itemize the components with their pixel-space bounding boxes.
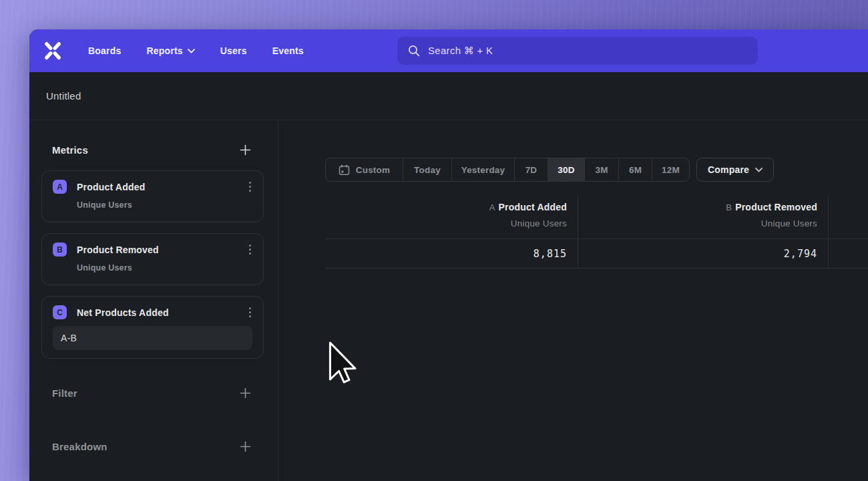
breakdown-section-header: Breakdown bbox=[52, 438, 251, 454]
metric-badge-a: A bbox=[53, 180, 67, 194]
column-header-spacer bbox=[828, 196, 868, 238]
results-header-row: AProduct Added Unique Users BProduct Rem… bbox=[325, 196, 868, 238]
compare-label: Compare bbox=[708, 164, 749, 175]
range-yesterday[interactable]: Yesterday bbox=[451, 158, 514, 181]
metrics-label: Metrics bbox=[52, 144, 88, 156]
value-cell-spacer bbox=[828, 238, 868, 269]
search-input[interactable]: Search ⌘ + K bbox=[397, 37, 758, 65]
metrics-section-header: Metrics bbox=[52, 142, 251, 158]
metric-card-head: C Net Products Added bbox=[42, 297, 263, 319]
range-label: Today bbox=[414, 165, 441, 175]
compare-button[interactable]: Compare bbox=[696, 158, 774, 182]
range-label: 3M bbox=[595, 165, 608, 175]
range-today[interactable]: Today bbox=[403, 158, 451, 181]
filter-section-header: Filter bbox=[52, 385, 251, 401]
range-custom[interactable]: Custom bbox=[326, 158, 403, 181]
nav-item-users[interactable]: Users bbox=[220, 45, 247, 56]
value-cell-a[interactable]: 8,815 bbox=[325, 238, 578, 269]
metric-badge-c: C bbox=[53, 305, 67, 319]
range-3m[interactable]: 3M bbox=[584, 158, 618, 181]
kebab-menu-icon[interactable] bbox=[246, 306, 254, 319]
column-metric: Unique Users bbox=[578, 216, 817, 230]
nav-item-label: Events bbox=[272, 45, 304, 56]
range-label: 12M bbox=[662, 165, 680, 175]
column-header-b[interactable]: BProduct Removed Unique Users bbox=[578, 196, 828, 238]
range-label: Yesterday bbox=[461, 165, 505, 175]
top-nav-bar: Boards Reports Users Events Search ⌘ + bbox=[29, 29, 868, 72]
column-name: Product Removed bbox=[735, 202, 817, 212]
nav-items: Boards Reports Users Events bbox=[88, 45, 304, 56]
nav-item-boards[interactable]: Boards bbox=[88, 45, 121, 56]
search-icon bbox=[408, 45, 420, 57]
calendar-icon bbox=[339, 164, 350, 176]
results-value-row: 8,815 2,794 bbox=[325, 238, 868, 269]
query-sidebar: Metrics A Product Added Unique Users B P… bbox=[29, 120, 278, 481]
kebab-menu-icon[interactable] bbox=[246, 180, 254, 193]
range-label: Custom bbox=[356, 165, 390, 175]
search-placeholder: Search ⌘ + K bbox=[428, 45, 493, 57]
range-7d[interactable]: 7D bbox=[514, 158, 548, 181]
report-title[interactable]: Untitled bbox=[46, 90, 81, 102]
metric-card-head: B Product Removed bbox=[42, 234, 263, 257]
filter-label: Filter bbox=[52, 387, 77, 399]
add-filter-button[interactable] bbox=[239, 387, 251, 399]
metric-card-b[interactable]: B Product Removed Unique Users bbox=[41, 233, 264, 285]
app-window: Boards Reports Users Events Search ⌘ + bbox=[29, 29, 868, 481]
metric-card-c[interactable]: C Net Products Added A-B bbox=[41, 296, 264, 359]
nav-item-events[interactable]: Events bbox=[272, 45, 304, 56]
breakdown-label: Breakdown bbox=[52, 441, 107, 452]
value-cell-b[interactable]: 2,794 bbox=[578, 238, 828, 269]
nav-item-label: Reports bbox=[146, 45, 182, 56]
date-toolbar: Custom Today Yesterday 7D 30D 3M 6M 12M … bbox=[325, 158, 774, 182]
column-name: Product Added bbox=[499, 202, 567, 212]
add-breakdown-button[interactable] bbox=[239, 440, 251, 452]
metric-card-a[interactable]: A Product Added Unique Users bbox=[41, 170, 264, 222]
range-label: 7D bbox=[525, 165, 537, 175]
nav-item-label: Users bbox=[220, 45, 247, 56]
date-range-segmented-control: Custom Today Yesterday 7D 30D 3M 6M 12M bbox=[325, 158, 690, 182]
report-header: Untitled bbox=[29, 72, 868, 120]
column-prefix: B bbox=[726, 202, 732, 212]
metric-name: Product Removed bbox=[77, 245, 246, 255]
range-30d[interactable]: 30D bbox=[548, 158, 584, 181]
range-6m[interactable]: 6M bbox=[618, 158, 652, 181]
column-header-a[interactable]: AProduct Added Unique Users bbox=[325, 196, 578, 238]
metric-name: Product Added bbox=[77, 182, 246, 192]
mixpanel-logo-icon[interactable] bbox=[41, 39, 64, 62]
add-metric-button[interactable] bbox=[239, 144, 251, 156]
report-main: Custom Today Yesterday 7D 30D 3M 6M 12M … bbox=[278, 120, 868, 481]
column-metric: Unique Users bbox=[325, 216, 567, 230]
nav-item-reports[interactable]: Reports bbox=[146, 45, 194, 56]
metric-aggregation[interactable]: Unique Users bbox=[42, 194, 263, 210]
range-label: 30D bbox=[558, 165, 574, 175]
metric-card-head: A Product Added bbox=[42, 171, 263, 194]
range-label: 6M bbox=[629, 165, 642, 175]
results-table: AProduct Added Unique Users BProduct Rem… bbox=[325, 196, 868, 269]
range-12m[interactable]: 12M bbox=[652, 158, 689, 181]
metric-aggregation[interactable]: Unique Users bbox=[42, 257, 263, 273]
content-area: Metrics A Product Added Unique Users B P… bbox=[29, 120, 868, 481]
formula-input[interactable]: A-B bbox=[53, 326, 252, 350]
metric-name: Net Products Added bbox=[77, 307, 246, 318]
chevron-down-icon bbox=[188, 49, 195, 53]
metric-badge-b: B bbox=[53, 243, 67, 257]
column-prefix: A bbox=[489, 202, 495, 212]
nav-item-label: Boards bbox=[88, 45, 121, 56]
kebab-menu-icon[interactable] bbox=[246, 243, 254, 256]
